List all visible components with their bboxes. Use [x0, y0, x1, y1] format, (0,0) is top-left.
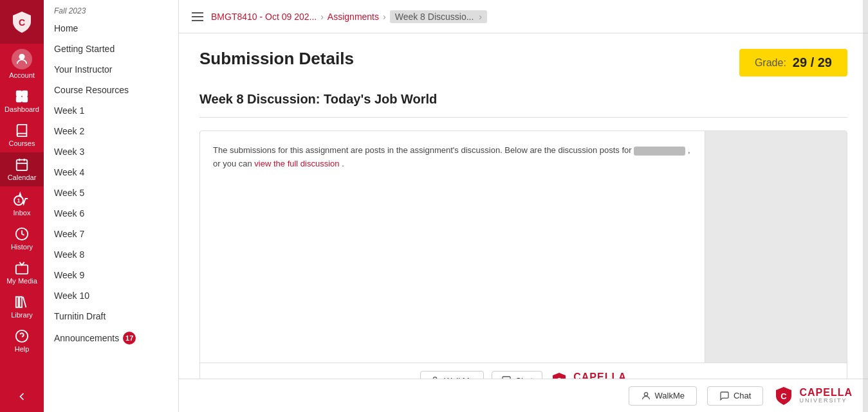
nav-section-label: Fall 2023 — [44, 0, 178, 18]
breadcrumb-course[interactable]: BMGT8410 - Oct 09 202... — [211, 12, 317, 22]
discussion-title: Week 8 Discussion: Today's Job World — [199, 92, 847, 118]
nav-item-announcements[interactable]: Announcements 17 — [44, 327, 178, 350]
svg-rect-13 — [19, 297, 22, 308]
svg-rect-2 — [17, 91, 21, 96]
sidebar-item-library[interactable]: Library — [0, 290, 44, 324]
svg-rect-5 — [23, 97, 27, 102]
walkme-button[interactable]: WalkMe — [629, 386, 697, 406]
collapse-button[interactable] — [0, 381, 44, 412]
chat-icon — [501, 375, 512, 379]
discussion-left-panel: The submissions for this assignment are … — [200, 131, 705, 363]
breadcrumb-assignments[interactable]: Assignments — [328, 12, 379, 22]
sidebar-item-account[interactable]: Account — [0, 44, 44, 84]
submission-header: Submission Details Grade: 29 / 29 — [199, 49, 847, 76]
submission-title: Submission Details — [199, 49, 354, 69]
svg-point-1 — [19, 55, 24, 59]
svg-rect-4 — [17, 97, 21, 102]
inner-capella-logo: C CAPELLA UNIVERSITY — [550, 372, 627, 379]
sidebar-item-calendar[interactable]: Calendar — [0, 152, 44, 186]
svg-rect-12 — [16, 297, 19, 308]
svg-text:C: C — [781, 391, 788, 401]
sidebar-item-history-label: History — [11, 243, 33, 251]
sidebar-item-help[interactable]: Help — [0, 324, 44, 358]
courseroom-logo[interactable]: C — [0, 0, 44, 44]
discussion-box: The submissions for this assignment are … — [199, 130, 847, 379]
redacted-name — [634, 147, 685, 156]
inbox-badge: 1 — [14, 195, 24, 206]
sidebar-item-courses-label: Courses — [9, 139, 35, 147]
sidebar-item-account-label: Account — [9, 71, 35, 79]
nav-item-week4[interactable]: Week 4 — [44, 162, 178, 183]
sidebar-item-my-media[interactable]: My Media — [0, 256, 44, 290]
capella-shield-icon: C — [550, 372, 568, 379]
svg-point-18 — [644, 392, 647, 395]
inner-toolbar: WalkMe Chat C CAPELLA UNIVERSITY — [200, 363, 847, 379]
grade-box: Grade: 29 / 29 — [739, 49, 847, 76]
sidebar-item-help-label: Help — [15, 345, 30, 353]
nav-item-week8[interactable]: Week 8 — [44, 244, 178, 265]
sidebar-item-calendar-label: Calendar — [8, 174, 37, 181]
discussion-text: The submissions for this assignment are … — [213, 144, 692, 171]
nav-item-your-instructor[interactable]: Your Instructor — [44, 59, 178, 80]
capella-logo: C CAPELLA UNIVERSITY — [773, 386, 853, 406]
sidebar-item-history[interactable]: History — [0, 222, 44, 256]
walkme-icon — [430, 375, 440, 379]
sidebar-item-dashboard-label: Dashboard — [5, 105, 39, 113]
nav-item-week1[interactable]: Week 1 — [44, 100, 178, 121]
breadcrumb: BMGT8410 - Oct 09 202... › Assignments ›… — [211, 10, 487, 23]
inner-chat-button[interactable]: Chat — [492, 371, 542, 379]
content-area: Submission Details Grade: 29 / 29 Week 8… — [179, 33, 868, 379]
svg-rect-6 — [17, 160, 28, 170]
chat-bottom-icon — [719, 391, 730, 401]
inner-walkme-button[interactable]: WalkMe — [420, 371, 483, 379]
course-nav-sidebar: Fall 2023 Home Getting Started Your Inst… — [44, 0, 179, 412]
nav-item-week7[interactable]: Week 7 — [44, 224, 178, 244]
sidebar-item-inbox-label: Inbox — [14, 209, 31, 217]
nav-item-turnitin-draft[interactable]: Turnitin Draft — [44, 306, 178, 327]
svg-rect-3 — [23, 91, 27, 96]
svg-point-16 — [434, 377, 437, 379]
sidebar-item-courses[interactable]: Courses — [0, 118, 44, 152]
full-discussion-link[interactable]: view the full discussion — [254, 159, 339, 168]
hamburger-button[interactable] — [189, 10, 206, 24]
nav-item-week5[interactable]: Week 5 — [44, 183, 178, 203]
left-sidebar: C Account Dashboard Courses Calendar 1 I… — [0, 0, 44, 412]
announcements-badge: 17 — [123, 332, 136, 345]
grade-value: 29 / 29 — [793, 55, 832, 70]
nav-item-week6[interactable]: Week 6 — [44, 203, 178, 224]
top-bar: BMGT8410 - Oct 09 202... › Assignments ›… — [179, 0, 868, 33]
sidebar-item-library-label: Library — [11, 311, 33, 319]
chat-button[interactable]: Chat — [707, 386, 763, 406]
nav-item-getting-started[interactable]: Getting Started — [44, 39, 178, 59]
nav-item-week9[interactable]: Week 9 — [44, 265, 178, 285]
walkme-bottom-icon — [641, 391, 651, 401]
discussion-right-panel — [705, 131, 847, 363]
main-content: BMGT8410 - Oct 09 202... › Assignments ›… — [179, 0, 868, 412]
nav-item-week10[interactable]: Week 10 — [44, 285, 178, 306]
nav-item-home[interactable]: Home — [44, 18, 178, 39]
sidebar-item-inbox[interactable]: 1 Inbox — [0, 186, 44, 222]
capella-logo-icon: C — [773, 386, 794, 406]
discussion-inner: The submissions for this assignment are … — [200, 131, 847, 363]
breadcrumb-current: Week 8 Discussio... › — [390, 10, 487, 23]
svg-text:C: C — [557, 377, 562, 379]
nav-item-week2[interactable]: Week 2 — [44, 121, 178, 141]
grade-label: Grade: — [755, 57, 786, 69]
sidebar-item-dashboard[interactable]: Dashboard — [0, 84, 44, 118]
svg-rect-11 — [16, 265, 28, 274]
nav-item-course-resources[interactable]: Course Resources — [44, 80, 178, 100]
sidebar-bottom — [0, 381, 44, 412]
nav-item-week3[interactable]: Week 3 — [44, 141, 178, 162]
bottom-bar: WalkMe Chat C CAPELLA UNIVERSITY — [179, 379, 868, 412]
sidebar-item-my-media-label: My Media — [6, 277, 37, 285]
svg-text:C: C — [19, 17, 25, 28]
